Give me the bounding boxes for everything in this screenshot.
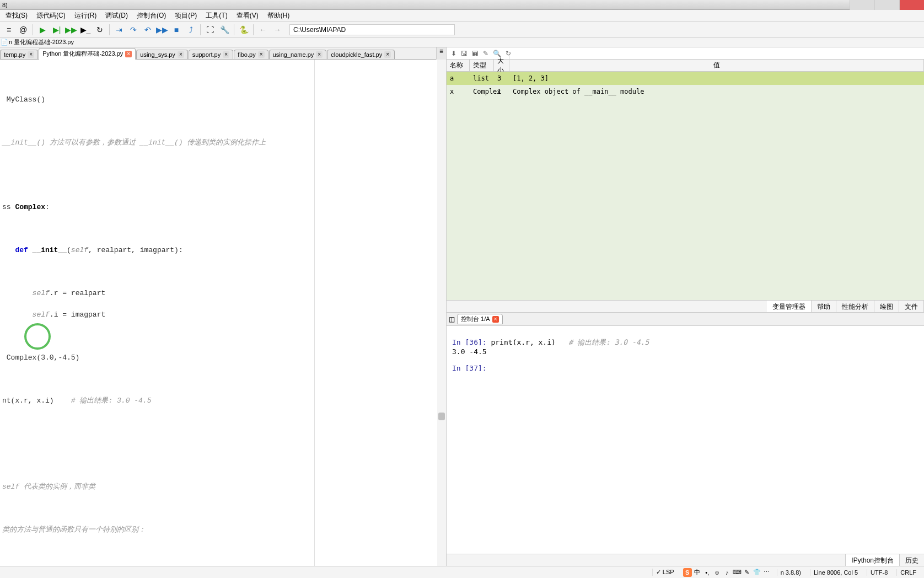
- variable-row[interactable]: x Complex 1 Complex object of __main__ m…: [447, 85, 924, 98]
- code-editor[interactable]: MyClass() __init__() 方法可以有参数，参数通过 __init…: [0, 60, 446, 566]
- main-toolbar: ≡ @ ▶ ▶| ▶▶ ▶_ ↻ ⇥ ↷ ↶ ▶▶ ■ ⤴ ⛶ 🔧 🐍 ← →: [0, 22, 924, 38]
- status-bar: ✓ LSP S 中 •, ☺ ♪ ⌨ ✎ 👕 ⋯ n 3.8.8) Line 8…: [0, 566, 924, 578]
- tab-history[interactable]: 历史: [899, 554, 924, 566]
- window-close-button[interactable]: [899, 0, 924, 10]
- menu-help[interactable]: 帮助(H): [263, 10, 294, 22]
- menu-project[interactable]: 项目(P): [170, 10, 201, 22]
- menu-tools[interactable]: 工具(T): [201, 10, 232, 22]
- menu-search[interactable]: 查找(S): [1, 10, 32, 22]
- debug-stepout-icon[interactable]: ↶: [141, 23, 154, 36]
- tab-using-sys[interactable]: using_sys.py×: [136, 50, 188, 59]
- console-options-icon[interactable]: ◫: [449, 315, 455, 323]
- window-title: 8): [2, 2, 8, 8]
- tab-support[interactable]: support.py×: [189, 50, 233, 59]
- minimize-button[interactable]: [850, 0, 874, 10]
- close-icon[interactable]: ×: [28, 51, 34, 58]
- forward-icon[interactable]: →: [271, 23, 284, 36]
- cursor-position: Line 8006, Col 5: [810, 569, 861, 576]
- menu-debug[interactable]: 调试(D): [101, 10, 132, 22]
- line-ending[interactable]: CRLF: [896, 569, 920, 576]
- close-icon[interactable]: ×: [178, 51, 184, 58]
- run-icon[interactable]: ▶: [36, 23, 49, 36]
- back-icon[interactable]: ←: [256, 23, 270, 36]
- editor-scrollbar[interactable]: [437, 60, 446, 566]
- close-icon[interactable]: ×: [316, 51, 323, 58]
- variable-header: 名称 类型 大小 值: [447, 60, 924, 72]
- rerun-icon[interactable]: ↻: [93, 23, 106, 36]
- close-icon[interactable]: ×: [125, 51, 132, 57]
- tab-profiler[interactable]: 性能分析: [836, 301, 874, 312]
- window-title-bar: 8): [0, 0, 924, 10]
- file-icon: 📄: [0, 39, 9, 46]
- right-pane: ⬇ 🖫 🖬 ✎ 🔍 ↻ 名称 类型 大小 值 a list 3 [1, 2, 3…: [447, 47, 924, 566]
- tab-files[interactable]: 文件: [899, 301, 924, 312]
- settings-icon[interactable]: 🔧: [218, 23, 231, 36]
- lsp-status[interactable]: ✓ LSP: [652, 569, 678, 576]
- console-tab[interactable]: 控制台 1/A ×: [457, 314, 503, 324]
- maximize-pane-icon[interactable]: ⛶: [203, 23, 217, 36]
- editor-tabs: temp.py× Python 量化编程基础-2023.py× using_sy…: [0, 47, 446, 60]
- menu-bar: 查找(S) 源代码(C) 运行(R) 调试(D) 控制台(O) 项目(P) 工具…: [0, 10, 924, 22]
- debug-exit-icon[interactable]: ⤴: [184, 23, 197, 36]
- tab-overflow-icon[interactable]: ≡: [436, 47, 446, 60]
- run-cell-icon[interactable]: ▶|: [50, 23, 63, 36]
- python-path-icon[interactable]: 🐍: [237, 23, 250, 36]
- variable-explorer: 名称 类型 大小 值 a list 3 [1, 2, 3] x Complex …: [447, 60, 924, 312]
- run-cell-advance-icon[interactable]: ▶▶: [65, 23, 78, 36]
- close-icon[interactable]: ×: [384, 51, 391, 58]
- debug-stop-icon[interactable]: ■: [170, 23, 183, 36]
- col-type-header[interactable]: 类型: [470, 60, 494, 71]
- close-icon[interactable]: ×: [492, 316, 499, 323]
- tab-help[interactable]: 帮助: [812, 301, 836, 312]
- run-selection-icon[interactable]: ▶_: [79, 23, 92, 36]
- col-name-header[interactable]: 名称: [447, 60, 470, 71]
- variable-explorer-toolbar: ⬇ 🖫 🖬 ✎ 🔍 ↻: [447, 47, 924, 60]
- outline-icon[interactable]: ≡: [2, 23, 15, 36]
- tab-variable-explorer[interactable]: 变量管理器: [767, 301, 812, 312]
- save-as-icon[interactable]: 🖬: [472, 50, 479, 57]
- ruler: [314, 60, 315, 566]
- document-path-row: 📄 n 量化编程基础-2023.py: [0, 38, 924, 47]
- close-icon[interactable]: ×: [258, 51, 265, 58]
- import-icon[interactable]: ⬇: [451, 50, 456, 57]
- tab-temp[interactable]: temp.py×: [0, 50, 38, 59]
- tab-using-name[interactable]: using_name.py×: [269, 50, 327, 59]
- debug-continue-icon[interactable]: ▶▶: [155, 23, 169, 36]
- encoding[interactable]: UTF-8: [867, 569, 891, 576]
- console-tabs: ◫ 控制台 1/A ×: [447, 313, 924, 326]
- save-icon[interactable]: 🖫: [461, 50, 468, 57]
- menu-view[interactable]: 查看(V): [232, 10, 263, 22]
- tab-cloudpickle[interactable]: cloudpickle_fast.py×: [327, 50, 395, 59]
- debug-stepover-icon[interactable]: ↷: [127, 23, 140, 36]
- python-env[interactable]: n 3.8.8): [777, 569, 804, 576]
- console-output[interactable]: In [36]: print(x.r, x.i) # 输出结果: 3.0 -4.…: [447, 326, 924, 554]
- maximize-button[interactable]: [874, 0, 899, 10]
- debug-stepinto-icon[interactable]: ⇥: [112, 23, 126, 36]
- close-icon[interactable]: ×: [223, 51, 229, 58]
- col-value-header[interactable]: 值: [509, 60, 924, 71]
- right-pane-tabs: 变量管理器 帮助 性能分析 绘图 文件: [447, 300, 924, 312]
- at-icon[interactable]: @: [17, 23, 30, 36]
- console-bottom-tabs: IPython控制台 历史: [447, 554, 924, 566]
- editor-pane: temp.py× Python 量化编程基础-2023.py× using_sy…: [0, 47, 447, 566]
- menu-console[interactable]: 控制台(O): [132, 10, 170, 22]
- exclude-icon[interactable]: ✎: [483, 50, 488, 57]
- variable-row[interactable]: a list 3 [1, 2, 3]: [447, 72, 924, 85]
- current-file-name: n 量化编程基础-2023.py: [9, 38, 74, 46]
- tab-main[interactable]: Python 量化编程基础-2023.py×: [39, 48, 136, 60]
- tab-plots[interactable]: 绘图: [874, 301, 899, 312]
- tab-ipython-console[interactable]: IPython控制台: [845, 554, 899, 566]
- menu-run[interactable]: 运行(R): [70, 10, 101, 22]
- menu-source[interactable]: 源代码(C): [32, 10, 70, 22]
- tab-fibo[interactable]: fibo.py×: [234, 50, 268, 59]
- console-pane: ◫ 控制台 1/A × In [36]: print(x.r, x.i) # 输…: [447, 312, 924, 566]
- working-directory-input[interactable]: [289, 24, 455, 35]
- ime-toolbar[interactable]: S 中 •, ☺ ♪ ⌨ ✎ 👕 ⋯: [683, 568, 771, 577]
